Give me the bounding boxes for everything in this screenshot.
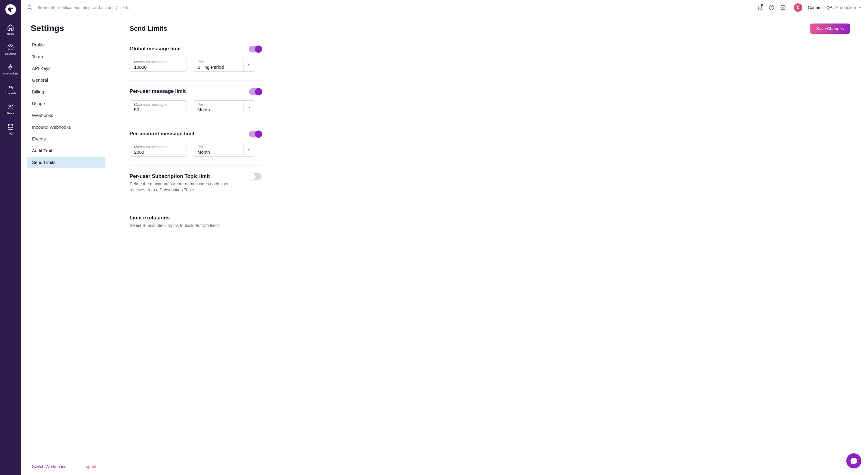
field-label: Maximum messages <box>134 145 182 149</box>
settings-nav-send-limits[interactable]: Send Limits <box>27 157 105 168</box>
section-per-user: Per-user message limit Maximum messages … <box>130 88 261 123</box>
per-account-toggle[interactable] <box>249 131 261 137</box>
per-account-max-field[interactable]: Maximum messages <box>130 143 187 157</box>
content: Settings Profile Team API Keys General B… <box>21 15 868 475</box>
per-account-max-input[interactable] <box>134 150 182 155</box>
app-logo[interactable] <box>5 4 16 15</box>
global-max-field[interactable]: Maximum messages <box>130 58 187 72</box>
field-label: Maximum messages <box>134 102 182 107</box>
header-right: C Courier – QA / Production <box>757 3 862 12</box>
per-user-max-input[interactable] <box>134 107 182 112</box>
search-icon <box>27 5 33 10</box>
search-input[interactable] <box>37 5 158 10</box>
global-max-input[interactable] <box>134 64 182 70</box>
settings-sidebar: Settings Profile Team API Keys General B… <box>21 15 112 475</box>
users-icon <box>7 103 14 110</box>
field-label: Maximum messages <box>134 60 182 64</box>
global-per-select[interactable]: Per Billing Period <box>193 58 255 72</box>
svg-point-2 <box>10 45 11 46</box>
chat-bubble[interactable] <box>846 453 861 468</box>
database-icon <box>7 123 14 130</box>
subscription-toggle[interactable] <box>249 173 261 180</box>
section-desc: Define the maximum number of messages ea… <box>130 181 232 193</box>
page-heading: Send Limits <box>130 25 167 33</box>
switch-workspace-link[interactable]: Switch Workspace <box>32 464 67 469</box>
settings-footer: Switch Workspace Logout <box>21 464 112 469</box>
nav-label: Automations <box>3 72 18 75</box>
settings-nav-billing[interactable]: Billing <box>27 86 105 97</box>
home-icon <box>7 24 14 31</box>
gear-icon[interactable] <box>780 4 786 10</box>
settings-nav-audit-trail[interactable]: Audit Trail <box>27 145 105 156</box>
section-title: Global message limit <box>130 46 181 52</box>
select-value: Month <box>197 150 239 155</box>
section-title: Per-account message limit <box>130 131 194 137</box>
nav-home[interactable]: Home <box>0 24 21 35</box>
plug-icon <box>7 84 14 91</box>
section-title: Per-user message limit <box>130 88 186 94</box>
settings-nav-api-keys[interactable]: API Keys <box>27 63 105 74</box>
workspace-secondary: Production <box>836 5 856 10</box>
chevron-down-icon <box>243 58 255 71</box>
nav-channels[interactable]: Channels <box>0 84 21 95</box>
main-area: C Courier – QA / Production Settings Pro… <box>21 0 868 475</box>
settings-title: Settings <box>21 24 112 33</box>
help-icon[interactable] <box>769 4 775 10</box>
save-button[interactable]: Save Changes <box>810 24 850 34</box>
settings-nav-usage[interactable]: Usage <box>27 98 105 109</box>
settings-nav-general[interactable]: General <box>27 74 105 86</box>
per-user-toggle[interactable] <box>249 88 261 95</box>
notifications-icon[interactable] <box>757 4 763 10</box>
settings-content: Send Limits Save Changes Global message … <box>112 15 868 475</box>
settings-nav-team[interactable]: Team <box>27 51 105 62</box>
field-label: Per <box>197 102 239 107</box>
workspace-primary: Courier – QA / <box>808 5 836 10</box>
svg-point-6 <box>28 5 31 9</box>
section-title: Limit exclusions <box>130 215 261 221</box>
select-value: Month <box>197 107 239 112</box>
chevron-down-icon <box>858 5 862 10</box>
svg-point-8 <box>782 7 784 8</box>
svg-point-4 <box>9 105 10 107</box>
svg-point-5 <box>8 124 13 126</box>
settings-nav-profile[interactable]: Profile <box>27 39 105 50</box>
per-user-per-select[interactable]: Per Month <box>193 100 255 114</box>
section-subscription: Per-user Subscription Topic limit Define… <box>130 173 261 207</box>
logout-link[interactable]: Logout <box>84 464 96 469</box>
nav-label: Users <box>7 112 14 115</box>
workspace-selector[interactable]: Courier – QA / Production <box>808 5 862 10</box>
svg-point-1 <box>9 46 10 47</box>
settings-nav: Profile Team API Keys General Billing Us… <box>21 39 112 464</box>
svg-point-3 <box>11 46 12 47</box>
nav-designer[interactable]: Designer <box>0 44 21 55</box>
global-toggle[interactable] <box>249 46 261 53</box>
section-desc: Select Subscription Topics to exclude fr… <box>130 223 232 229</box>
settings-nav-webhooks[interactable]: Webhooks <box>27 110 105 121</box>
section-global: Global message limit Maximum messages Pe… <box>130 46 261 81</box>
nav-label: Home <box>7 32 14 35</box>
chevron-down-icon <box>243 143 255 156</box>
lightning-icon <box>7 64 14 71</box>
avatar[interactable]: C <box>794 3 802 12</box>
nav-label: Designer <box>5 52 16 55</box>
chevron-down-icon <box>243 101 255 114</box>
palette-icon <box>7 44 14 51</box>
section-title: Per-user Subscription Topic limit <box>130 173 232 179</box>
settings-nav-events[interactable]: Events <box>27 133 105 145</box>
content-header: Send Limits Save Changes <box>130 24 850 34</box>
nav-rail: Home Designer Automations Channels Users… <box>0 0 21 475</box>
nav-users[interactable]: Users <box>0 103 21 115</box>
nav-logs[interactable]: Logs <box>0 123 21 135</box>
per-user-max-field[interactable]: Maximum messages <box>130 100 187 114</box>
select-value: Billing Period <box>197 64 239 70</box>
field-label: Per <box>197 145 239 149</box>
section-exclusions: Limit exclusions Select Subscription Top… <box>130 215 261 237</box>
nav-label: Channels <box>5 92 16 95</box>
nav-label: Logs <box>7 132 13 135</box>
nav-automations[interactable]: Automations <box>0 64 21 75</box>
section-per-account: Per-account message limit Maximum messag… <box>130 131 261 165</box>
header: C Courier – QA / Production <box>21 0 868 15</box>
settings-nav-inbound-webhooks[interactable]: Inbound Webhooks <box>27 122 105 133</box>
search-area <box>27 5 757 10</box>
per-account-per-select[interactable]: Per Month <box>193 143 255 157</box>
